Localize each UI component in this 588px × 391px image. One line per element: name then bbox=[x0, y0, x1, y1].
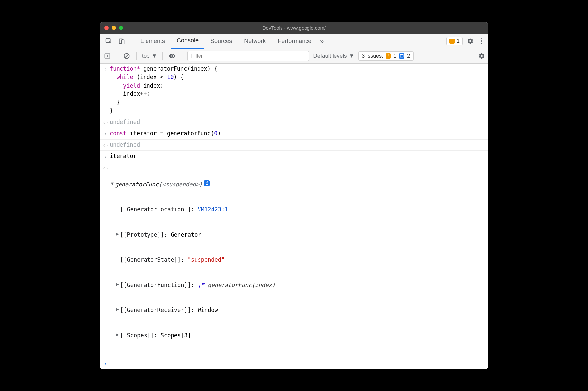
code-block: iterator bbox=[110, 152, 486, 161]
object-property[interactable]: ▶[[Scopes]]: Scopes[3] bbox=[110, 331, 486, 340]
console-output: › function* generatorFunc(index) { while… bbox=[100, 64, 488, 369]
object-property[interactable]: [[GeneratorState]]: "suspended" bbox=[110, 256, 486, 264]
output-chevron-icon: ‹· bbox=[102, 164, 110, 172]
devtools-window: DevTools - www.google.com/ Elements Cons… bbox=[100, 22, 488, 369]
levels-label: Default levels bbox=[313, 53, 347, 59]
disclosure-triangle-icon[interactable]: ▶ bbox=[115, 231, 120, 237]
inspect-element-icon[interactable] bbox=[105, 38, 112, 45]
info-icon: ❐ bbox=[399, 53, 404, 59]
live-expression-icon[interactable] bbox=[168, 52, 176, 60]
issues-warn-count: 1 bbox=[393, 53, 396, 59]
traffic-lights bbox=[104, 26, 123, 30]
more-tabs-button[interactable]: » bbox=[317, 38, 326, 45]
minimize-window-button[interactable] bbox=[112, 26, 116, 30]
clear-console-icon[interactable] bbox=[122, 52, 131, 60]
device-toolbar-icon[interactable] bbox=[118, 38, 125, 45]
code-block: function* generatorFunc(index) { while (… bbox=[110, 65, 486, 115]
svg-line-5 bbox=[125, 54, 128, 58]
console-settings-icon[interactable] bbox=[478, 53, 485, 59]
toggle-sidebar-icon[interactable] bbox=[103, 52, 112, 60]
issues-summary[interactable]: 3 Issues: ! 1 ❐ 2 bbox=[358, 51, 414, 61]
log-levels-select[interactable]: Default levels ▼ bbox=[313, 53, 354, 59]
console-output-row: ‹· undefined bbox=[100, 140, 488, 151]
dropdown-icon: ▼ bbox=[152, 53, 157, 59]
output-value: undefined bbox=[110, 118, 486, 127]
console-output-row: ‹· ▼generatorFunc {<suspended>}i [[Gener… bbox=[100, 162, 488, 358]
maximize-window-button[interactable] bbox=[119, 26, 123, 30]
input-chevron-icon: › bbox=[102, 129, 110, 138]
separator bbox=[182, 52, 182, 60]
tab-console[interactable]: Console bbox=[171, 34, 204, 49]
output-chevron-icon: ‹· bbox=[102, 141, 110, 149]
issues-badge-count: 1 bbox=[457, 38, 460, 44]
separator bbox=[136, 52, 137, 60]
tab-performance[interactable]: Performance bbox=[272, 34, 317, 49]
issues-badge[interactable]: ! 1 bbox=[446, 37, 463, 45]
warning-icon: ! bbox=[449, 39, 455, 44]
object-property[interactable]: [[GeneratorLocation]]: VM12423:1 bbox=[110, 205, 486, 214]
object-property[interactable]: ▶[[Prototype]]: Generator bbox=[110, 231, 486, 239]
disclosure-triangle-icon[interactable]: ▶ bbox=[115, 306, 120, 313]
panel-tabs: Elements Console Sources Network Perform… bbox=[100, 34, 488, 49]
settings-icon[interactable] bbox=[467, 38, 474, 44]
prompt-input[interactable] bbox=[110, 359, 486, 368]
separator bbox=[162, 52, 163, 60]
disclosure-triangle-icon[interactable]: ▶ bbox=[115, 281, 120, 288]
more-options-icon[interactable] bbox=[478, 38, 485, 44]
console-input-row[interactable]: › const iterator = generatorFunc(0) bbox=[100, 128, 488, 140]
output-chevron-icon: ‹· bbox=[102, 118, 110, 127]
filter-input[interactable] bbox=[187, 51, 309, 61]
console-prompt-row[interactable]: › bbox=[100, 358, 488, 369]
issues-label: 3 Issues: bbox=[362, 53, 383, 59]
disclosure-triangle-icon[interactable]: ▶ bbox=[115, 331, 120, 338]
console-output-row: ‹· undefined bbox=[100, 117, 488, 128]
output-value: undefined bbox=[110, 141, 486, 149]
issues-info-count: 2 bbox=[407, 53, 410, 59]
tab-elements[interactable]: Elements bbox=[134, 34, 171, 49]
object-header[interactable]: ▼generatorFunc {<suspended>}i bbox=[110, 180, 486, 189]
separator bbox=[133, 37, 133, 45]
separator bbox=[117, 52, 117, 60]
object-property[interactable]: ▶[[GeneratorFunction]]: ƒ* generatorFunc… bbox=[110, 281, 486, 290]
object-property[interactable]: ▶[[GeneratorReceiver]]: Window bbox=[110, 306, 486, 315]
titlebar: DevTools - www.google.com/ bbox=[100, 22, 488, 34]
window-title: DevTools - www.google.com/ bbox=[104, 25, 484, 31]
console-toolbar: top ▼ Default levels ▼ 3 Issues: ! 1 ❐ 2 bbox=[100, 49, 488, 64]
svg-rect-2 bbox=[121, 40, 124, 44]
object-tree: ▼generatorFunc {<suspended>}i [[Generato… bbox=[110, 164, 486, 357]
console-input-row[interactable]: › function* generatorFunc(index) { while… bbox=[100, 64, 488, 117]
prompt-chevron-icon: › bbox=[102, 359, 110, 368]
code-block: const iterator = generatorFunc(0) bbox=[110, 129, 486, 138]
execution-context-select[interactable]: top ▼ bbox=[142, 53, 157, 59]
disclosure-triangle-open-icon[interactable]: ▼ bbox=[110, 180, 115, 187]
tab-sources[interactable]: Sources bbox=[204, 34, 238, 49]
console-input-row[interactable]: › iterator bbox=[100, 151, 488, 162]
input-chevron-icon: › bbox=[102, 152, 110, 161]
input-chevron-icon: › bbox=[102, 65, 110, 73]
info-badge-icon[interactable]: i bbox=[204, 180, 210, 186]
warning-icon: ! bbox=[386, 53, 391, 59]
dropdown-icon: ▼ bbox=[349, 53, 355, 59]
tab-network[interactable]: Network bbox=[238, 34, 272, 49]
context-label: top bbox=[142, 53, 150, 59]
source-link[interactable]: VM12423:1 bbox=[198, 205, 228, 214]
close-window-button[interactable] bbox=[104, 26, 109, 30]
